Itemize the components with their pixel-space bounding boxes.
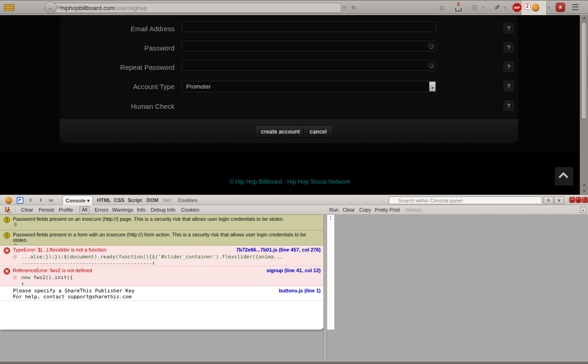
urlbar-dropdown-icon[interactable]: ˅ [343, 5, 346, 11]
page-footer [0, 152, 580, 195]
eyedropper-dropdown-icon[interactable]: ˅ [503, 6, 506, 10]
firebug-content: ! Password fields present on an insecure… [0, 215, 588, 364]
tab-console[interactable]: Console ▾ [62, 196, 93, 206]
human-check-help-button[interactable]: ? [503, 101, 514, 111]
profile-button[interactable]: Profile [57, 205, 75, 215]
password-label: Password [60, 44, 175, 52]
filter-warnings[interactable]: Warnings [110, 205, 135, 215]
eyedropper-icon[interactable]: ✎ [492, 4, 501, 10]
console-log-row[interactable]: Please specify a ShareThis Publisher Key… [0, 286, 323, 301]
tab-groups-icon[interactable] [4, 4, 14, 11]
password-manager-icon[interactable]: * [556, 3, 565, 12]
browser-toolbar: ← hiphopbillboard.com/user/signup ⊕ ˅ ↻ … [0, 0, 588, 14]
back-panel-icon[interactable]: ‹ [29, 196, 32, 204]
tab-dom[interactable]: DOM [144, 195, 161, 206]
back-button[interactable]: ← [45, 1, 57, 14]
console-error-row[interactable]: ✕ ReferenceError: fws2 is not defined si… [0, 266, 323, 286]
firebug-dropdown-icon[interactable]: ˅ [548, 6, 550, 10]
firebug-menu-icon[interactable] [6, 197, 12, 204]
firebug-icon[interactable] [532, 4, 539, 11]
breakpoint-dot-icon[interactable] [13, 255, 17, 259]
account-type-select[interactable]: Promoter ▼ [181, 81, 436, 92]
filter-cookies[interactable]: Cookies [179, 205, 201, 215]
console-warning-row[interactable]: ! Password fields present on an insecure… [0, 215, 323, 230]
url-bar[interactable]: hiphopbillboard.com/user/signup [51, 3, 341, 13]
console-warning-row[interactable]: ! Password fields present in a form with… [0, 230, 323, 246]
account-type-label: Account Type [60, 83, 175, 90]
menu-icon[interactable]: ☰ [571, 2, 579, 12]
scrollbar-up-icon[interactable]: ˄ [580, 182, 588, 188]
clear-cmd-button[interactable]: Clear [341, 205, 356, 215]
firebug-badge: 2 [524, 3, 531, 10]
addon-emblem-icon[interactable]: ◎ [471, 3, 478, 11]
search-prev-button[interactable]: ˄ [543, 196, 554, 204]
filter-errors[interactable]: Errors [93, 205, 110, 215]
minimize-firebug-button[interactable] [569, 197, 575, 203]
reload-icon[interactable]: ↻ [351, 5, 356, 11]
download-icon[interactable] [455, 8, 462, 11]
clear-button[interactable]: Clear [19, 205, 35, 215]
password-help-button[interactable]: ? [503, 42, 514, 53]
break-on-errors-icon[interactable] [5, 207, 11, 213]
download-count: 0 [457, 2, 460, 7]
scroll-to-top-button[interactable] [555, 167, 573, 185]
pretty-print-button[interactable]: Pretty Print [373, 205, 401, 215]
human-check-label: Human Check [60, 102, 175, 110]
filter-info[interactable]: Info [135, 205, 147, 215]
warning-value: 0 [14, 222, 321, 228]
close-firebug-button[interactable] [582, 197, 588, 203]
log-text-line1: Please specify a ShareThis Publisher Key [13, 288, 321, 294]
home-icon[interactable]: ⌂ [440, 3, 444, 11]
password-manager-field-icon[interactable] [428, 62, 434, 68]
line-number: 1 [329, 216, 332, 221]
console-search-input[interactable] [389, 196, 542, 204]
source-link[interactable]: 7b72e66...7b01.js (line 457, col 276) [236, 247, 321, 252]
error-icon: ✕ [4, 268, 10, 274]
tab-net[interactable]: Net [160, 195, 174, 206]
persist-button[interactable]: Persist [37, 205, 56, 215]
history-button[interactable]: History [404, 205, 424, 215]
breakpoint-dot-icon[interactable] [13, 275, 17, 280]
adblock-icon[interactable]: ABP [513, 3, 521, 12]
window-bottom-edge [0, 362, 588, 364]
inspect-element-icon[interactable]: ◤ [17, 197, 23, 204]
scrollbar-thumb[interactable] [581, 22, 587, 119]
select-dropdown-button[interactable]: ▼ [429, 82, 435, 91]
email-help-button[interactable]: ? [503, 23, 514, 34]
repeat-password-help-button[interactable]: ? [503, 62, 514, 72]
console-error-row[interactable]: ✕ TypeError: $(...).flexslider is not a … [0, 246, 323, 266]
firebug-console-toolbar: Clear Persist Profile All Errors Warning… [0, 205, 588, 215]
account-type-value: Promoter [186, 83, 210, 90]
email-input[interactable] [181, 22, 436, 32]
panel-splitter[interactable]: ⋮ [323, 215, 327, 364]
copy-button[interactable]: Copy [357, 205, 373, 215]
filter-all[interactable]: All [79, 206, 90, 214]
repeat-password-input[interactable] [181, 60, 436, 71]
error-code: ...alse;});});$(document).ready(function… [21, 254, 283, 260]
tab-cookies[interactable]: Cookies [175, 195, 200, 206]
create-account-button[interactable]: create account [254, 125, 306, 138]
error-text: ReferenceError: fws2 is not defined [13, 268, 92, 273]
search-next-button[interactable]: ˅ [554, 196, 564, 204]
toolbar-overflow-icon[interactable]: ▸ [580, 207, 587, 213]
warning-text: Password fields present on an insecure (… [13, 216, 321, 222]
command-line-icon[interactable]: >≡ [49, 198, 53, 203]
forward-panel-icon[interactable]: › [40, 196, 42, 204]
detach-firebug-button[interactable] [576, 197, 582, 203]
url-host: hiphopbillboard.com [61, 5, 114, 11]
addon-emblem-dropdown-icon[interactable]: ˅ [482, 6, 484, 10]
password-input[interactable] [181, 41, 436, 51]
source-link[interactable]: buttons.js (line 1) [279, 288, 321, 293]
source-link[interactable]: signup (line 41, col 12) [266, 268, 321, 273]
filter-debug-info[interactable]: Debug Info [149, 205, 177, 215]
console-tab-caret-icon: ▾ [87, 198, 90, 203]
scrollbar-down-icon[interactable]: ˅ [580, 188, 588, 193]
account-type-help-button[interactable]: ? [503, 81, 514, 91]
run-button[interactable]: Run [328, 205, 340, 215]
cancel-button[interactable]: cancel [303, 125, 333, 138]
password-manager-field-icon[interactable] [428, 43, 434, 49]
scrollbar-up-icon[interactable]: ˄ [580, 16, 588, 21]
tab-script[interactable]: Script [125, 195, 145, 206]
page-scrollbar[interactable]: ˄ ˄ ˅ [580, 15, 588, 195]
site-identity-icon[interactable]: ⊕ [57, 5, 62, 10]
